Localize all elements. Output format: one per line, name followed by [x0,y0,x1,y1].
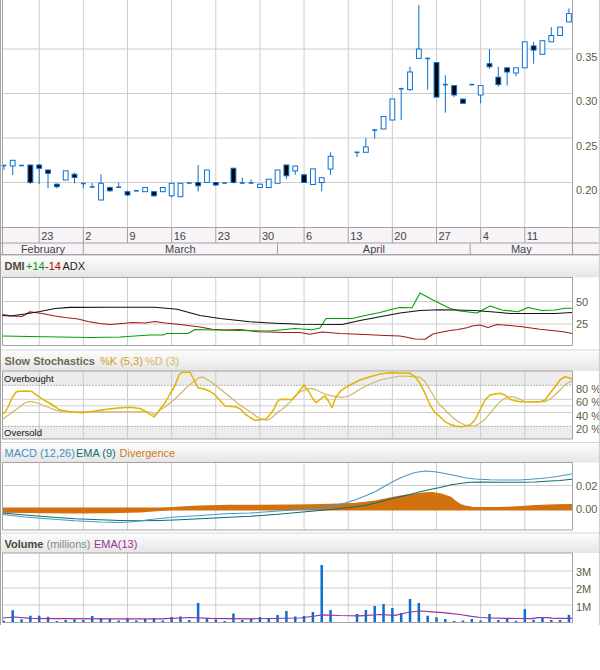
svg-text:0.35: 0.35 [576,51,597,63]
svg-text:March: March [165,243,196,255]
svg-text:40 %: 40 % [576,410,600,422]
svg-text:Volume: Volume [5,538,44,550]
svg-text:2M: 2M [576,583,591,595]
svg-text:50: 50 [576,296,588,308]
svg-text:1M: 1M [576,601,591,613]
svg-text:11: 11 [527,230,538,242]
svg-text:9: 9 [129,230,135,242]
svg-text:ADX: ADX [63,260,86,272]
svg-text:20: 20 [394,230,406,242]
svg-text:Overbought: Overbought [4,373,54,384]
svg-text:May: May [511,243,532,255]
svg-text:DMI: DMI [5,260,25,272]
svg-text:EMA (9): EMA (9) [76,447,116,459]
svg-text:27: 27 [439,230,451,242]
svg-text:2: 2 [85,230,91,242]
svg-text:0.20: 0.20 [576,184,597,196]
svg-text:%D (3): %D (3) [145,355,179,367]
svg-text:EMA(13): EMA(13) [94,538,137,550]
svg-text:(millions): (millions) [47,538,91,550]
svg-text:-14: -14 [45,260,61,272]
svg-text:February: February [21,243,66,255]
svg-text:16: 16 [174,230,186,242]
svg-text:0.25: 0.25 [576,140,597,152]
svg-text:Oversold: Oversold [4,427,42,438]
svg-text:0.02: 0.02 [576,480,597,492]
svg-text:+14: +14 [26,260,45,272]
svg-text:%K (5,3): %K (5,3) [100,355,143,367]
svg-text:Divergence: Divergence [120,447,176,459]
svg-text:Slow Stochastics: Slow Stochastics [5,355,95,367]
svg-text:30: 30 [262,230,274,242]
svg-text:60 %: 60 % [576,396,600,408]
svg-text:0.00: 0.00 [576,503,597,515]
svg-text:3M: 3M [576,566,591,578]
svg-text:April: April [363,243,385,255]
svg-text:0.30: 0.30 [576,95,597,107]
svg-text:25: 25 [576,318,588,330]
svg-text:23: 23 [41,230,53,242]
svg-text:23: 23 [218,230,230,242]
svg-text:13: 13 [350,230,362,242]
svg-text:4: 4 [483,230,489,242]
svg-text:6: 6 [306,230,312,242]
svg-text:80 %: 80 % [576,383,600,395]
svg-text:MACD (12,26): MACD (12,26) [5,447,75,459]
svg-text:20 %: 20 % [576,423,600,435]
